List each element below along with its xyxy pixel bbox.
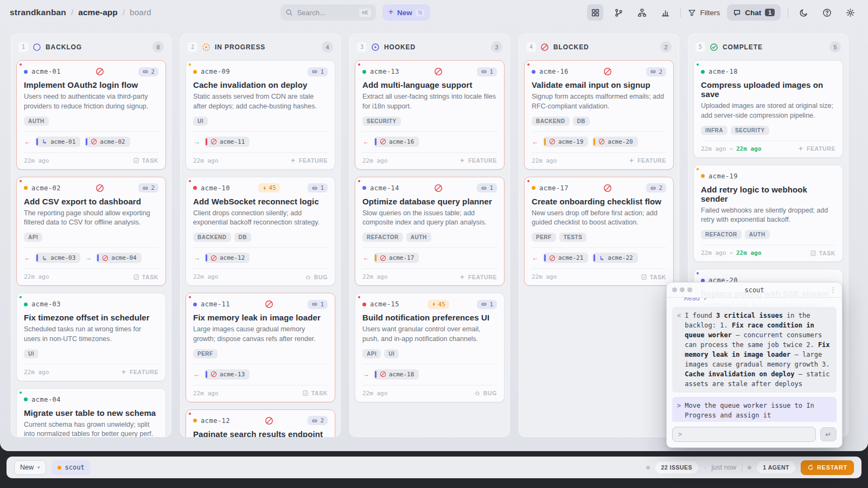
issue-type-label: FEATURE <box>290 157 328 164</box>
column-card-list: acme-09 1 Cache invalidation on deploy S… <box>180 58 341 437</box>
relation-chip[interactable]: ↳acme-22 <box>592 253 637 263</box>
promoted-arrow: → <box>729 145 733 152</box>
links-badge[interactable]: 1 <box>308 67 328 76</box>
blocked-icon <box>95 67 104 76</box>
issues-status-dot <box>646 466 650 470</box>
column-title: BLOCKED <box>553 43 589 51</box>
statusbar-new-label: New <box>20 464 34 471</box>
links-badge[interactable]: 2 <box>308 416 328 425</box>
links-badge[interactable]: 2 <box>646 67 666 76</box>
issue-card[interactable]: acme-15 45 1 Build notification preferen… <box>355 293 505 402</box>
restart-button[interactable]: RESTART <box>801 460 854 475</box>
breadcrumb-project[interactable]: acme-app <box>78 8 117 17</box>
relation-arrow-left: ← <box>532 254 539 261</box>
issue-description: Current schema has grown unwieldy; split… <box>24 420 158 438</box>
column-status-icon <box>371 43 380 52</box>
agent-chat-panel: scout ⋮ Read ✓ <I found 3 critical issue… <box>666 282 843 448</box>
help-icon[interactable] <box>819 4 835 21</box>
new-issue-button[interactable]: + New N <box>382 4 430 21</box>
tag-pill: API <box>362 349 381 358</box>
send-button[interactable]: ↵ <box>820 427 837 441</box>
column-card-list: acme-13 1 Add multi-language support Ext… <box>349 58 510 437</box>
relation-chip[interactable]: acme-20 <box>592 137 637 147</box>
toolbar-divider <box>680 8 681 17</box>
chat-message-list[interactable]: Read ✓ <I found 3 critical issues in the… <box>667 298 842 422</box>
links-badge[interactable]: 1 <box>477 183 497 192</box>
column-header: 5 COMPLETE 5 <box>688 34 848 58</box>
links-badge[interactable]: 1 <box>308 183 328 192</box>
grid-view-icon[interactable] <box>587 4 603 21</box>
agents-status-dot <box>748 466 751 470</box>
issue-card[interactable]: acme-14 1 Optimize database query planne… <box>355 177 505 286</box>
relation-ref: acme-13 <box>220 371 245 378</box>
card-corner-dot <box>527 63 529 66</box>
relation-chip[interactable]: acme-21 <box>543 253 588 263</box>
links-badge[interactable]: 1 <box>308 300 328 309</box>
issue-type-label: TASK <box>641 274 666 280</box>
tag-pill: SECURITY <box>362 117 401 126</box>
branch-view-icon[interactable] <box>610 4 627 21</box>
tag-pill: UI <box>384 349 399 358</box>
links-badge[interactable]: 2 <box>646 183 666 192</box>
filters-button[interactable]: Filters <box>688 9 720 17</box>
breadcrumb-page[interactable]: board <box>130 8 151 17</box>
issue-title: Fix memory leak in image loader <box>193 313 328 322</box>
links-badge[interactable]: 2 <box>138 183 158 192</box>
issue-card[interactable]: acme-12 2 Paginate search results endpoi… <box>186 409 335 438</box>
card-footer: 22m ago→22m ago FEATURE <box>701 140 835 152</box>
tree-view-icon[interactable] <box>634 4 650 21</box>
top-bar: strandkanban / acme-app / board Search..… <box>0 0 868 25</box>
toolbar-divider <box>788 8 788 17</box>
issue-card[interactable]: acme-01 2 Implement OAuth2 login flow Us… <box>16 60 166 170</box>
relation-chip[interactable]: acme-04 <box>96 253 141 263</box>
agent-count-pill: 1 AGENT <box>757 461 795 473</box>
chat-input[interactable]: > <box>672 427 816 442</box>
issue-card[interactable]: acme-17 2 Create onboarding checklist fl… <box>524 177 674 286</box>
relation-chip[interactable]: acme-16 <box>374 137 419 147</box>
issue-id: acme-10 <box>201 184 230 192</box>
statusbar-new-button[interactable]: New ▾ <box>14 460 46 475</box>
search-input[interactable]: Search... ⌘K <box>280 4 376 21</box>
agent-chip[interactable]: scout <box>52 460 91 475</box>
relation-chip[interactable]: ↳acme-01 <box>35 137 80 147</box>
kanban-column: 2 IN PROGRESS 4 acme-09 1 Cache invalida… <box>180 34 341 437</box>
issue-id: acme-18 <box>709 68 738 75</box>
relation-chip[interactable]: acme-18 <box>374 369 419 380</box>
issue-card[interactable]: acme-09 1 Cache invalidation on deploy S… <box>186 60 335 170</box>
search-icon <box>285 9 293 16</box>
issue-card[interactable]: acme-11 1 Fix memory leak in image loade… <box>186 293 335 402</box>
chat-input-row: > ↵ <box>667 422 842 447</box>
issue-card[interactable]: acme-13 1 Add multi-language support Ext… <box>355 60 505 170</box>
relation-arrow-right: → <box>193 138 200 145</box>
chart-view-icon[interactable] <box>657 4 673 21</box>
relation-chip[interactable]: acme-02 <box>85 137 130 147</box>
relation-chip[interactable]: ↳acme-03 <box>35 253 80 263</box>
links-badge[interactable]: 1 <box>477 300 497 309</box>
kanban-column: 3 HOOKED 3 acme-13 1 Add multi-language … <box>349 34 510 437</box>
chat-panel-header[interactable]: scout ⋮ <box>667 282 842 298</box>
breadcrumb-app[interactable]: strandkanban <box>10 8 66 17</box>
relation-chip[interactable]: acme-19 <box>543 137 588 147</box>
relation-chip[interactable]: acme-13 <box>205 369 250 380</box>
issue-card[interactable]: acme-10 45 1 Add WebSocket reconnect log… <box>186 177 335 286</box>
issue-card[interactable]: acme-19 Add retry logic to webhook sende… <box>693 165 843 262</box>
gear-icon[interactable] <box>842 4 858 21</box>
tag-list: PERF <box>193 349 328 358</box>
search-placeholder: Search... <box>297 9 326 17</box>
blocked-icon <box>380 371 386 377</box>
moon-icon[interactable] <box>795 4 812 21</box>
relation-chip[interactable]: acme-17 <box>374 253 419 263</box>
kebab-menu-icon[interactable]: ⋮ <box>829 286 837 294</box>
relation-chip[interactable]: acme-11 <box>205 137 250 147</box>
relation-chip[interactable]: acme-12 <box>205 253 250 263</box>
links-badge[interactable]: 2 <box>138 67 158 76</box>
chat-toggle-button[interactable]: Chat 1 <box>727 4 781 21</box>
timestamp: 22m ago <box>24 157 49 164</box>
issue-card[interactable]: acme-02 2 Add CSV export to dashboard Th… <box>16 177 166 286</box>
column-number-badge: 1 <box>18 42 28 52</box>
issue-card[interactable]: acme-18 Compress uploaded images on save… <box>693 60 843 158</box>
issue-card[interactable]: acme-04 Migrate user table to new schema… <box>16 388 166 438</box>
links-badge[interactable]: 1 <box>477 67 497 76</box>
issue-card[interactable]: acme-16 2 Validate email input on signup… <box>524 60 674 170</box>
issue-card[interactable]: acme-03 Fix timezone offset in scheduler… <box>16 293 166 381</box>
